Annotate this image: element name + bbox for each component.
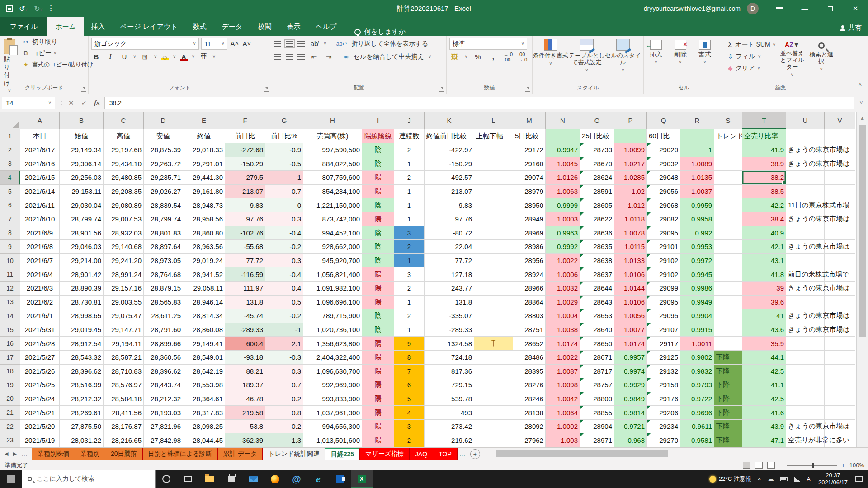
cell-I1[interactable]: 陽線陰線 <box>362 129 394 143</box>
cell-J4[interactable]: 2 <box>394 171 425 185</box>
cell-Q20[interactable]: 29176 <box>647 392 680 406</box>
cell-L7[interactable] <box>474 212 513 226</box>
increase-decimal-icon[interactable]: ←.0.00 <box>504 52 513 62</box>
cell-R3[interactable]: 1.0089 <box>680 157 714 171</box>
cell-R12[interactable]: 0.9986 <box>680 282 714 296</box>
cell-O10[interactable]: 28638 <box>580 254 614 268</box>
cell-E5[interactable]: 29,161.80 <box>183 185 225 199</box>
cell-E23[interactable]: 28,044.45 <box>183 433 225 447</box>
cell-E7[interactable]: 28,958.56 <box>183 212 225 226</box>
cell-U23[interactable]: 空売りが非常に多い <box>786 433 825 447</box>
cell-S19[interactable]: 下降 <box>714 378 742 392</box>
clear-button[interactable]: ◆クリア˅ <box>728 62 775 74</box>
decrease-decimal-icon[interactable]: .00→.0 <box>518 52 527 62</box>
column-header-V[interactable]: V <box>825 112 855 129</box>
cell-J9[interactable]: 2 <box>394 240 425 254</box>
ribbon-display-options-icon[interactable] <box>767 0 792 17</box>
cell-D13[interactable]: 28,565.83 <box>144 296 183 310</box>
action-center-icon[interactable] <box>855 476 863 482</box>
column-header-T[interactable]: T <box>742 112 786 129</box>
row-header-13[interactable]: 13 <box>0 296 20 310</box>
sheet-tab-1[interactable]: 業種別株価 <box>32 448 75 460</box>
row-header-3[interactable]: 3 <box>0 157 20 171</box>
collapse-ribbon-icon[interactable]: ˄ <box>858 81 862 88</box>
show-hidden-icons[interactable]: ˄ <box>755 470 764 488</box>
cell-T9[interactable]: 42.1 <box>742 240 786 254</box>
cell-Q18[interactable]: 29132 <box>647 365 680 379</box>
cell-Q5[interactable]: 29056 <box>647 185 680 199</box>
cell-C22[interactable]: 28,176.87 <box>104 420 144 434</box>
cell-C21[interactable]: 28,411.56 <box>104 406 144 420</box>
cell-H6[interactable]: 1,221,150,000 <box>303 198 362 212</box>
cell-D15[interactable]: 28,791.60 <box>144 323 183 337</box>
cell-C15[interactable]: 29,147.71 <box>104 323 144 337</box>
cell-J1[interactable]: 連続数 <box>394 129 425 143</box>
cell-I6[interactable]: 陰 <box>362 198 394 212</box>
cell-L9[interactable] <box>474 240 513 254</box>
cell-A23[interactable]: 2021/5/19 <box>20 433 60 447</box>
sheet-tab-9[interactable]: JAQ <box>410 448 433 460</box>
row-header-2[interactable]: 2 <box>0 143 20 157</box>
column-header-U[interactable]: U <box>786 112 825 129</box>
new-sheet-icon[interactable]: + <box>470 449 480 459</box>
phonetic-guide-icon[interactable]: 亜 <box>198 52 208 61</box>
cell-B11[interactable]: 28,901.42 <box>60 267 104 282</box>
cell-K5[interactable]: 213.07 <box>425 185 474 199</box>
cell-C4[interactable]: 29,480.85 <box>104 171 144 185</box>
cell-U16[interactable] <box>786 337 825 351</box>
start-button[interactable] <box>0 470 22 488</box>
cell-S13[interactable] <box>714 296 742 310</box>
cell-O19[interactable]: 28757 <box>580 378 614 392</box>
cell-N7[interactable]: 1.0003 <box>546 212 580 226</box>
cell-S16[interactable] <box>714 337 742 351</box>
cell-S9[interactable] <box>714 240 742 254</box>
cell-U13[interactable] <box>786 296 825 310</box>
zoom-slider[interactable] <box>787 465 837 466</box>
zoom-level[interactable]: 100% <box>849 462 864 469</box>
sheet-tab-10[interactable]: TOP <box>433 448 458 460</box>
cell-L4[interactable] <box>474 171 513 185</box>
cell-V8[interactable] <box>825 226 855 240</box>
column-header-C[interactable]: C <box>104 112 144 129</box>
cell-J5[interactable]: 1 <box>394 185 425 199</box>
cell-T11[interactable]: 41.8 <box>742 267 786 282</box>
cell-K19[interactable]: 729.15 <box>425 378 474 392</box>
cell-M10[interactable]: 28956 <box>513 254 546 268</box>
cell-G15[interactable]: -1 <box>265 323 303 337</box>
cell-O7[interactable]: 28622 <box>580 212 614 226</box>
cell-H14[interactable]: 789,715,900 <box>303 309 362 323</box>
cell-T17[interactable]: 44.1 <box>742 351 786 365</box>
cell-N16[interactable]: 1.0174 <box>546 337 580 351</box>
cell-K14[interactable]: -335.07 <box>425 309 474 323</box>
scroll-up-icon[interactable]: ▲ <box>857 112 868 124</box>
cell-Q11[interactable]: 29102 <box>647 267 680 282</box>
cell-K4[interactable]: 492.57 <box>425 171 474 185</box>
cell-D21[interactable]: 28,193.03 <box>144 406 183 420</box>
cell-A17[interactable]: 2021/5/27 <box>20 351 60 365</box>
cell-U2[interactable]: きょうの東京市場は <box>786 143 825 157</box>
cell-K18[interactable]: 817.36 <box>425 365 474 379</box>
share-button[interactable]: 共有 <box>840 23 862 32</box>
cell-N9[interactable]: 0.9992 <box>546 240 580 254</box>
ime-mode-icon[interactable]: A <box>803 470 814 488</box>
row-header-22[interactable]: 22 <box>0 420 20 434</box>
cell-V20[interactable] <box>825 392 855 406</box>
bold-icon[interactable]: B <box>91 53 101 61</box>
cell-S21[interactable]: 下降 <box>714 406 742 420</box>
cell-H3[interactable]: 884,022,500 <box>303 157 362 171</box>
number-format-select[interactable]: 標準˅ <box>449 38 527 50</box>
cell-F21[interactable]: 219.58 <box>225 406 265 420</box>
cell-M15[interactable]: 28751 <box>513 323 546 337</box>
cell-D11[interactable]: 28,764.68 <box>144 267 183 282</box>
cell-B15[interactable]: 29,019.45 <box>60 323 104 337</box>
cell-Q19[interactable]: 29158 <box>647 378 680 392</box>
cell-R2[interactable]: 1 <box>680 143 714 157</box>
cell-B13[interactable]: 28,730.81 <box>60 296 104 310</box>
cell-F14[interactable]: -45.74 <box>225 309 265 323</box>
cell-D1[interactable]: 安値 <box>144 129 183 143</box>
cell-Q2[interactable]: 29020 <box>647 143 680 157</box>
borders-icon[interactable]: ⊞ <box>140 53 150 61</box>
cell-J10[interactable]: 1 <box>394 254 425 268</box>
cell-E1[interactable]: 終値 <box>183 129 225 143</box>
cell-J13[interactable]: 1 <box>394 296 425 310</box>
